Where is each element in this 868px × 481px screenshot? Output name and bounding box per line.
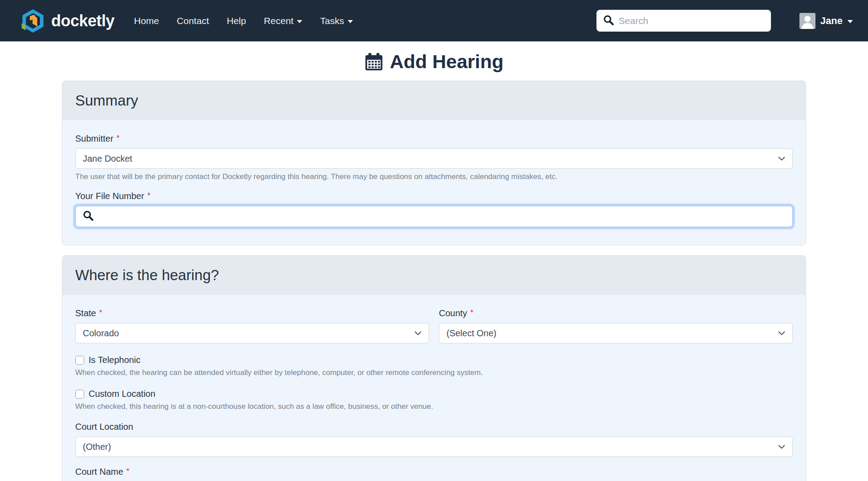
nav-item-recent[interactable]: Recent (264, 16, 303, 26)
submitter-select-wrap: Jane Docket (75, 148, 793, 169)
court-location-label: Court Location (75, 422, 793, 432)
search-icon (603, 14, 614, 28)
custom-location-label: Custom Location (89, 389, 155, 399)
court-location-select-wrap: (Other) (75, 436, 793, 457)
required-asterisk: * (470, 309, 473, 317)
state-county-row: State * Colorado County (75, 308, 793, 343)
custom-location-help-text: When checked, this hearing is at a non-c… (75, 402, 793, 411)
state-field-group: State * Colorado (75, 308, 429, 343)
submitter-help-text: The user that will be the primary contac… (75, 172, 793, 181)
docketly-logo-icon (20, 8, 45, 33)
nav-item-recent-label: Recent (264, 16, 294, 26)
brand-link[interactable]: docketly (20, 8, 114, 33)
custom-location-row[interactable]: Custom Location (75, 389, 793, 399)
file-number-input[interactable] (99, 212, 786, 222)
court-name-label: Court Name * (75, 467, 793, 477)
state-label-text: State (75, 308, 96, 318)
navbar-search-box[interactable] (596, 10, 771, 32)
county-label: County * (439, 308, 793, 318)
caret-down-icon (297, 20, 302, 23)
search-icon (82, 210, 94, 223)
court-name-label-text: Court Name (75, 467, 123, 477)
is-telephonic-row[interactable]: Is Telephonic (75, 355, 793, 365)
summary-card-body: Submitter * Jane Docket The user that wi… (62, 120, 806, 245)
user-menu[interactable]: Jane (799, 13, 853, 29)
required-asterisk: * (147, 192, 150, 200)
county-select[interactable]: (Select One) (439, 323, 793, 343)
county-select-wrap: (Select One) (439, 323, 793, 343)
where-card-title: Where is the hearing? (62, 256, 806, 295)
nav-item-tasks[interactable]: Tasks (320, 16, 353, 26)
court-location-label-text: Court Location (75, 422, 133, 432)
county-field-group: County * (Select One) (439, 308, 793, 343)
submitter-field-group: Submitter * Jane Docket The user that wi… (75, 134, 793, 181)
where-card-body: State * Colorado County (62, 295, 806, 481)
state-select[interactable]: Colorado (75, 323, 429, 343)
where-card: Where is the hearing? State * Colorado (62, 255, 806, 481)
required-asterisk: * (126, 467, 130, 475)
state-select-wrap: Colorado (75, 323, 429, 343)
navbar-search-input[interactable] (619, 16, 765, 26)
is-telephonic-group: Is Telephonic When checked, the hearing … (75, 355, 793, 377)
county-label-text: County (439, 308, 467, 318)
brand-name: docketly (51, 12, 114, 30)
file-number-label: Your File Number * (75, 191, 793, 201)
nav-item-contact[interactable]: Contact (177, 16, 209, 26)
is-telephonic-checkbox[interactable] (75, 356, 84, 365)
court-name-field-group: Court Name * (75, 467, 793, 481)
file-number-label-text: Your File Number (75, 191, 144, 201)
is-telephonic-label: Is Telephonic (89, 355, 140, 365)
nav-links: Home Contact Help Recent Tasks (134, 16, 353, 26)
submitter-label-text: Submitter (75, 134, 114, 144)
nav-item-tasks-label: Tasks (320, 16, 344, 26)
caret-down-icon (848, 20, 853, 23)
required-asterisk: * (117, 134, 120, 142)
is-telephonic-help-text: When checked, the hearing can be attende… (75, 368, 793, 377)
court-location-field-group: Court Location (Other) (75, 422, 793, 457)
submitter-select[interactable]: Jane Docket (75, 148, 793, 169)
page: docketly Home Contact Help Recent Tasks (0, 0, 868, 481)
state-label: State * (75, 308, 429, 318)
nav-item-help[interactable]: Help (227, 16, 246, 26)
court-location-select[interactable]: (Other) (75, 436, 793, 457)
custom-location-checkbox[interactable] (75, 390, 84, 399)
calendar-icon (365, 53, 383, 71)
user-name: Jane (820, 15, 843, 27)
page-title: Add Hearing (0, 51, 868, 73)
person-avatar-icon (799, 13, 815, 29)
required-asterisk: * (99, 309, 102, 317)
page-title-text: Add Hearing (390, 51, 504, 73)
file-number-field-group: Your File Number * (75, 191, 793, 227)
summary-card-title: Summary (62, 81, 806, 120)
summary-card: Summary Submitter * Jane Docket The user… (62, 81, 806, 245)
submitter-label: Submitter * (75, 134, 793, 144)
nav-item-home[interactable]: Home (134, 16, 159, 26)
caret-down-icon (348, 20, 353, 23)
custom-location-group: Custom Location When checked, this heari… (75, 389, 793, 411)
top-navbar: docketly Home Contact Help Recent Tasks (0, 0, 868, 41)
file-number-search-box (75, 206, 793, 227)
